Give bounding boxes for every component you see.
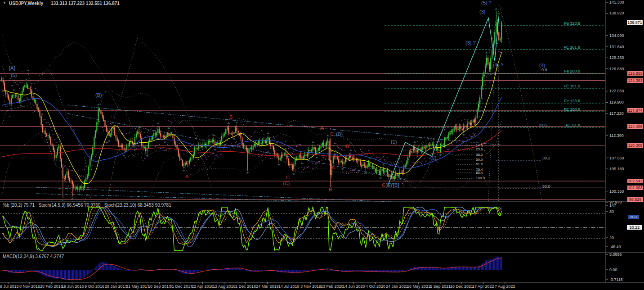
fractal-arrows [10, 8, 497, 201]
oscillator-panel-lines [0, 207, 605, 250]
fibonacci-retracement-lines [456, 73, 541, 189]
zigzag-line [388, 13, 499, 186]
horizontal-level-lines [0, 73, 605, 199]
moving-averages [2, 52, 501, 184]
macd-panel [1, 256, 502, 280]
candlesticks [1, 11, 502, 198]
bollinger-bands [2, 7, 501, 230]
parabolic-sar-dots [1, 43, 502, 188]
trendlines [36, 105, 501, 204]
chart-canvas[interactable] [0, 0, 644, 290]
panel-frames [0, 0, 644, 284]
terminal-window: { "title": {"symbol": "USDJPY,Weekly", "… [0, 0, 644, 290]
